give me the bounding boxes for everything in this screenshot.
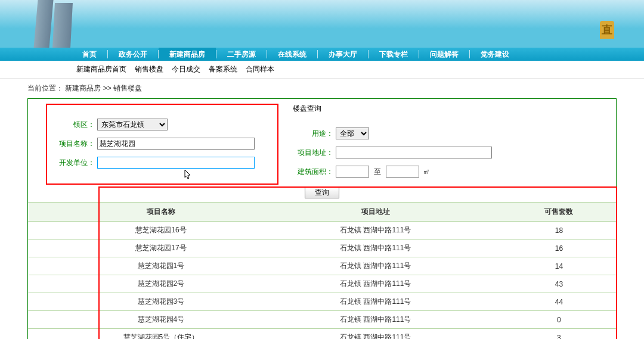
cell-addr: 石龙镇 西湖中路111号 — [249, 311, 502, 329]
cell-addr: 石龙镇 西湖中路111号 — [249, 257, 502, 275]
main-nav-item[interactable]: 首页 — [72, 48, 107, 61]
main-nav-item[interactable]: 下载专栏 — [369, 48, 419, 61]
sub-nav-item[interactable]: 备案系统 — [209, 65, 237, 73]
main-nav-item[interactable]: 政务公开 — [108, 48, 158, 61]
buildings-graphic — [36, 0, 95, 48]
table-row: 慧芝湖花园4号石龙镇 西湖中路111号0 — [28, 311, 616, 329]
content-panel: 镇区： 东莞市石龙镇 项目名称： 开发单位： 楼盘查询 用途： — [27, 98, 617, 339]
breadcrumb-label: 当前位置： — [27, 84, 63, 92]
table-row: 慧芝湖花园3号石龙镇 西湖中路111号44 — [28, 293, 616, 311]
main-nav-item[interactable]: 党务建设 — [470, 48, 520, 61]
table-row: 慧芝湖花园2号石龙镇 西湖中路111号43 — [28, 275, 616, 293]
cell-name[interactable]: 慧芝湖花园2号 — [73, 275, 249, 293]
main-nav-item[interactable]: 新建商品房 — [159, 48, 216, 61]
cell-count: 16 — [502, 240, 616, 257]
cell-count: 43 — [502, 275, 616, 293]
district-select[interactable]: 东莞市石龙镇 — [97, 119, 168, 130]
table-row: 慧芝湖花园5号（住宅）石龙镇 西湖中路111号3 — [28, 329, 616, 340]
results-table-outer: 项目名称 项目地址 可售套数 慧芝湖花园16号石龙镇 西湖中路111号18慧芝湖… — [28, 202, 616, 339]
breadcrumb-item[interactable]: 销售楼盘 — [113, 84, 142, 92]
area-label: 建筑面积： — [293, 167, 333, 177]
developer-label: 开发单位： — [54, 158, 95, 168]
banner-right-glyph: 直 — [600, 21, 614, 39]
col-count: 可售套数 — [502, 203, 616, 222]
main-nav-item[interactable]: 问题解答 — [419, 48, 469, 61]
cell-count: 14 — [502, 257, 616, 275]
table-row: 慧芝湖花园16号石龙镇 西湖中路111号18 — [28, 222, 616, 240]
table-row: 慧芝湖花园17号石龙镇 西湖中路111号16 — [28, 240, 616, 257]
area-unit: ㎡ — [423, 167, 430, 177]
col-project-name: 项目名称 — [73, 203, 249, 222]
cell-name[interactable]: 慧芝湖花园3号 — [73, 293, 249, 311]
cell-name[interactable]: 慧芝湖花园16号 — [73, 222, 249, 240]
page-banner: 直 — [0, 0, 644, 48]
main-nav-item[interactable]: 办事大厅 — [318, 48, 368, 61]
project-name-input[interactable] — [97, 138, 255, 150]
breadcrumb-sep: >> — [103, 84, 113, 92]
cell-addr: 石龙镇 西湖中路111号 — [249, 329, 502, 340]
area-from-input[interactable] — [336, 166, 369, 178]
main-nav-item[interactable]: 二手房源 — [216, 48, 267, 61]
col-project-addr: 项目地址 — [249, 203, 502, 222]
table-row: 慧芝湖花园1号石龙镇 西湖中路111号14 — [28, 257, 616, 275]
cell-count: 44 — [502, 293, 616, 311]
cell-count: 18 — [502, 222, 616, 240]
cell-name[interactable]: 慧芝湖花园5号（住宅） — [73, 329, 249, 340]
search-right-panel: 楼盘查询 用途： 全部 项目地址： 建筑面积： 至 ㎡ — [278, 104, 616, 185]
cell-name[interactable]: 慧芝湖花园17号 — [73, 240, 249, 257]
cell-count: 3 — [502, 329, 616, 340]
main-nav-item[interactable]: 在线系统 — [267, 48, 317, 61]
sub-nav-item[interactable]: 合同样本 — [246, 65, 274, 73]
address-label: 项目地址： — [293, 148, 333, 158]
usage-label: 用途： — [293, 129, 333, 139]
district-label: 镇区： — [54, 120, 95, 130]
usage-select[interactable]: 全部 — [336, 127, 369, 139]
project-name-label: 项目名称： — [54, 139, 95, 149]
cell-addr: 石龙镇 西湖中路111号 — [249, 293, 502, 311]
cell-name[interactable]: 慧芝湖花园4号 — [73, 311, 249, 329]
search-section-title: 楼盘查询 — [293, 104, 602, 114]
sub-nav: 新建商品房首页销售楼盘今日成交备案系统合同样本 — [0, 61, 644, 79]
area-to-label: 至 — [374, 167, 381, 177]
address-input[interactable] — [336, 147, 492, 158]
sub-nav-item[interactable]: 今日成交 — [172, 65, 200, 73]
query-button[interactable]: 查询 — [305, 187, 339, 198]
table-header-row: 项目名称 项目地址 可售套数 — [28, 203, 616, 222]
breadcrumb-item[interactable]: 新建商品房 — [65, 84, 101, 92]
sub-nav-item[interactable]: 销售楼盘 — [135, 65, 163, 73]
search-left-panel: 镇区： 东莞市石龙镇 项目名称： 开发单位： — [46, 104, 278, 185]
cell-name[interactable]: 慧芝湖花园1号 — [73, 257, 249, 275]
developer-input[interactable] — [97, 157, 255, 169]
breadcrumb: 当前位置： 新建商品房 >> 销售楼盘 — [0, 79, 644, 98]
cell-addr: 石龙镇 西湖中路111号 — [249, 222, 502, 240]
main-nav: 首页政务公开新建商品房二手房源在线系统办事大厅下载专栏问题解答党务建设 — [0, 48, 644, 61]
cell-addr: 石龙镇 西湖中路111号 — [249, 240, 502, 257]
cell-addr: 石龙镇 西湖中路111号 — [249, 275, 502, 293]
area-to-input[interactable] — [386, 166, 419, 178]
sub-nav-item[interactable]: 新建商品房首页 — [76, 65, 126, 73]
cell-count: 0 — [502, 311, 616, 329]
